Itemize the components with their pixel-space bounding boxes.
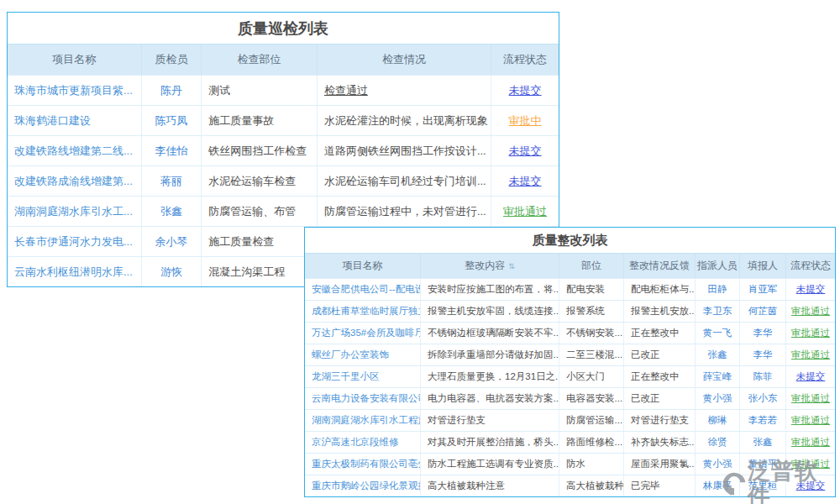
rectify-content-text: 电力电容器、电抗器安装方案... [421, 388, 559, 409]
project-name-link[interactable]: 安徽合肥供电公司--配电设备... [305, 279, 421, 300]
status-link[interactable]: 审批通过 [786, 301, 835, 322]
feedback-text: 正在整改中 [624, 366, 696, 387]
rectify-content-text: 不锈钢边框玻璃隔断安装不牢... [421, 323, 559, 344]
reporter-name[interactable]: 陈菲 [740, 366, 786, 387]
column-header-label: 检查情况 [382, 52, 426, 67]
project-name-link[interactable]: 龙湖三千里小区 [305, 366, 421, 387]
rectify-list-title: 质量整改列表 [305, 228, 835, 254]
inspection-table-row: 改建铁路线增建第二线...李佳怡铁丝网围挡工作检查道路两侧铁丝网围挡工作按设计.… [8, 135, 559, 165]
check-part-text: 施工质量事故 [202, 106, 318, 135]
assignee-name[interactable]: 黄小强 [696, 454, 740, 475]
reporter-name[interactable]: 肖亚军 [740, 279, 786, 300]
status-link[interactable]: 审批通过 [786, 410, 835, 431]
rectify-table-row: 重庆太极制药有限公司亳州中...防水工程施工选调有专业资质...防水屋面采用聚氯… [305, 453, 835, 475]
project-name-link[interactable]: 改建铁路线增建第二线... [8, 136, 142, 165]
status-link[interactable]: 审批通过 [786, 323, 835, 344]
part-text: 不锈钢安装... [559, 323, 624, 344]
inspector-name[interactable]: 游恢 [142, 257, 202, 286]
feedback-text: 屋面采用聚氯... [624, 454, 696, 475]
assignee-name[interactable]: 李卫东 [696, 301, 740, 322]
reporter-name[interactable]: 董清平 [740, 454, 786, 475]
status-link[interactable]: 审批通过 [491, 197, 559, 226]
feedback-text: 已改正 [624, 388, 696, 409]
status-link[interactable]: 未提交 [786, 475, 835, 496]
part-text: 小区大门 [559, 366, 624, 387]
reporter-name[interactable]: 范里桓 [740, 475, 786, 496]
status-link[interactable]: 审批通过 [786, 432, 835, 453]
column-header-label: 检查部位 [238, 52, 281, 67]
part-text: 防水 [559, 454, 624, 475]
project-name-link[interactable]: 云南电力设备安装有限公司20... [305, 388, 421, 409]
assignee-name[interactable]: 黄小强 [696, 388, 740, 409]
assignee-name[interactable]: 徐贤 [696, 432, 740, 453]
inspection-table-row: 湖南洞庭湖水库引水工...张鑫防腐管运输、布管防腐管运输过程中，未对管进行...… [8, 196, 559, 226]
sort-icon[interactable]: ⇅ [508, 262, 515, 270]
project-name-link[interactable]: 重庆市鹅岭公园绿化景观提升... [305, 475, 421, 496]
rectify-table-row: 螺丝厂办公室装饰拆除到承重墙部分请做好加固...二至三楼混...已改正张鑫李华审… [305, 344, 835, 365]
project-name-link[interactable]: 湖南洞庭湖水库引水工程施工标 [305, 410, 421, 431]
project-name-link[interactable]: 湖南洞庭湖水库引水工... [8, 197, 142, 226]
check-situation-text: 道路两侧铁丝网围挡工作按设计... [318, 136, 491, 165]
reporter-name[interactable]: 张小东 [740, 388, 786, 409]
project-name-link[interactable]: 重庆太极制药有限公司亳州中... [305, 454, 421, 475]
project-name-link[interactable]: 珠海鹤港口建设 [8, 106, 142, 135]
assignee-name[interactable]: 薛宝峰 [696, 366, 740, 387]
inspector-name[interactable]: 陈巧凤 [142, 106, 202, 135]
feedback-text: 对管进行垫支 [624, 410, 696, 431]
status-link[interactable]: 未提交 [786, 366, 835, 387]
rectify-table-header: 项目名称整改内容⇅部位整改情况反馈指派人员填报人流程状态 [305, 254, 835, 278]
rectify-list-panel: 质量整改列表 项目名称整改内容⇅部位整改情况反馈指派人员填报人流程状态 安徽合肥… [304, 227, 836, 497]
status-link[interactable]: 未提交 [491, 136, 559, 165]
project-name-link[interactable]: 长春市伊通河水力发电... [8, 227, 142, 256]
check-situation-text[interactable]: 检查通过 [318, 76, 491, 105]
column-header-0: 项目名称 [305, 254, 421, 278]
inspection-table-row: 改建铁路成渝线增建第...蒋丽水泥砼运输车检查水泥砼运输车司机经过专门培训...… [8, 165, 559, 196]
inspector-name[interactable]: 余小琴 [142, 227, 202, 256]
reporter-name[interactable]: 李若若 [740, 410, 786, 431]
reporter-name[interactable]: 张鑫 [740, 432, 786, 453]
reporter-name[interactable]: 李华 [740, 323, 786, 344]
rectify-content-text: 安装时应按施工图的布置，将... [421, 279, 559, 300]
rectify-table-row: 安徽合肥供电公司--配电设备...安装时应按施工图的布置，将...配电安装配电柜… [305, 278, 835, 300]
rectify-content-text: 对其及时开展整治措施，桥头... [421, 432, 559, 453]
column-header-1: 质检员 [142, 45, 202, 75]
column-header-6: 流程状态 [786, 254, 835, 278]
inspection-table-row: 珠海市城市更新项目紫...陈丹测试检查通过未提交 [8, 75, 559, 105]
assignee-name[interactable]: 黄一飞 [696, 323, 740, 344]
assignee-name[interactable]: 张鑫 [696, 344, 740, 365]
project-name-link[interactable]: 成都杜甫草堂临时展厅独立展... [305, 301, 421, 322]
inspector-name[interactable]: 蒋丽 [142, 166, 202, 196]
status-link[interactable]: 未提交 [491, 76, 559, 105]
status-link[interactable]: 审批通过 [786, 388, 835, 409]
check-part-text: 铁丝网围挡工作检查 [202, 136, 318, 165]
status-link[interactable]: 未提交 [491, 166, 559, 196]
rectify-table-row: 成都杜甫草堂临时展厅独立展...报警主机安放牢固，线缆连接...报警系统报警主机… [305, 300, 835, 322]
status-link[interactable]: 审批通过 [786, 344, 835, 365]
column-header-5: 填报人 [740, 254, 786, 278]
inspector-name[interactable]: 张鑫 [142, 197, 202, 226]
project-name-link[interactable]: 改建铁路成渝线增建第... [8, 166, 142, 196]
column-header-1[interactable]: 整改内容⇅ [421, 254, 559, 278]
project-name-link[interactable]: 珠海市城市更新项目紫... [8, 76, 142, 105]
project-name-link[interactable]: 螺丝厂办公室装饰 [305, 344, 421, 365]
rectify-table-row: 万达广场35#会所及咖啡厅空...不锈钢边框玻璃隔断安装不牢...不锈钢安装..… [305, 322, 835, 344]
project-name-link[interactable]: 云南水利枢纽潜明水库... [8, 257, 142, 286]
project-name-link[interactable]: 万达广场35#会所及咖啡厅空... [305, 323, 421, 344]
assignee-name[interactable]: 柳琳 [696, 410, 740, 431]
status-link[interactable]: 审批中 [491, 106, 559, 135]
inspector-name[interactable]: 陈丹 [142, 76, 202, 105]
reporter-name[interactable]: 何芷茵 [740, 301, 786, 322]
check-situation-text: 水泥砼运输车司机经过专门培训... [318, 166, 491, 196]
inspector-name[interactable]: 李佳怡 [142, 136, 202, 165]
feedback-text: 报警主机安放... [624, 301, 696, 322]
reporter-name[interactable]: 李华 [740, 344, 786, 365]
assignee-name[interactable]: 林康平 [696, 475, 740, 496]
rectify-table-row: 京沪高速北京段维修对其及时开展整治措施，桥头...路面维修检...补齐缺失标志.… [305, 431, 835, 453]
column-header-label: 项目名称 [343, 259, 383, 273]
status-link[interactable]: 审批通过 [786, 454, 835, 475]
inspection-table-row: 珠海鹤港口建设陈巧凤施工质量事故水泥砼灌注的时候，出现离析现象审批中 [8, 105, 559, 135]
project-name-link[interactable]: 京沪高速北京段维修 [305, 432, 421, 453]
status-link[interactable]: 未提交 [786, 279, 835, 300]
check-part-text: 水泥砼运输车检查 [202, 166, 318, 196]
assignee-name[interactable]: 田静 [696, 279, 740, 300]
